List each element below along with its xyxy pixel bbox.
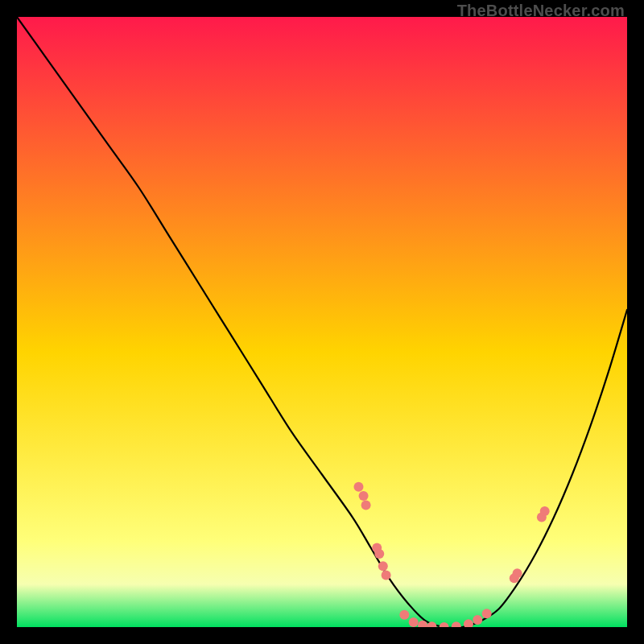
highlight-point	[513, 568, 522, 578]
bottleneck-chart	[17, 17, 627, 627]
highlight-point	[382, 571, 391, 580]
gradient-background	[17, 17, 627, 627]
highlight-point	[361, 500, 371, 510]
highlight-point	[399, 610, 409, 620]
highlight-point	[540, 506, 550, 516]
highlight-point	[353, 482, 363, 492]
highlight-point	[374, 549, 384, 559]
highlight-point	[482, 609, 492, 618]
highlight-point	[359, 491, 369, 501]
highlight-point	[473, 615, 482, 625]
attribution-label: TheBottleNecker.com	[457, 2, 625, 20]
highlight-point	[409, 617, 419, 627]
highlight-point	[378, 561, 388, 571]
chart-frame	[17, 17, 627, 627]
